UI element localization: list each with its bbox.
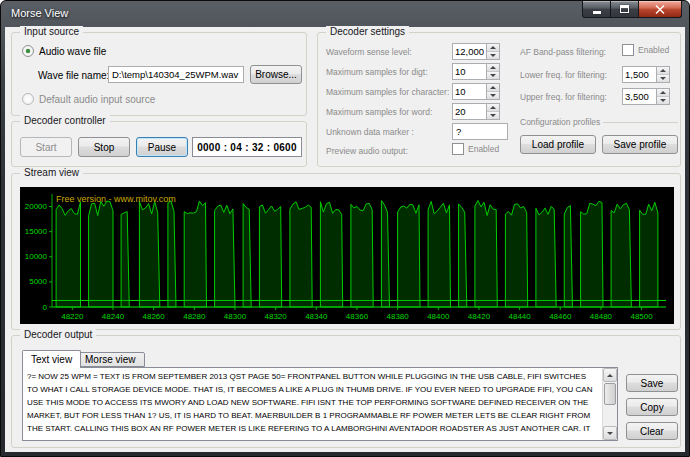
af-bandpass-checkbox-label[interactable]: Enabled [638, 45, 669, 55]
up-arrow-icon [490, 106, 496, 109]
maximize-icon [620, 5, 629, 13]
down-arrow-icon [490, 54, 496, 57]
save-button[interactable]: Save [626, 374, 678, 392]
svg-text:48480: 48480 [590, 312, 613, 321]
spin-up-button[interactable] [657, 67, 669, 74]
audio-wave-file-label[interactable]: Audio wave file [39, 46, 106, 57]
max-samples-word-spinner[interactable] [452, 103, 500, 120]
input-source-group-title: Input source [20, 26, 83, 37]
af-bandpass-checkbox-row[interactable]: Enabled [622, 44, 669, 56]
stop-button[interactable]: Stop [78, 137, 130, 157]
spin-down-button[interactable] [487, 111, 499, 119]
max-samples-digit-input[interactable] [453, 64, 486, 79]
load-profile-button[interactable]: Load profile [520, 135, 596, 154]
save-profile-button[interactable]: Save profile [602, 135, 678, 154]
unknown-marker-label: Unknown data marker : [326, 127, 414, 137]
spin-up-button[interactable] [487, 84, 499, 91]
down-arrow-icon [660, 77, 666, 80]
tab-morse-view-label: Morse view [85, 354, 136, 365]
spin-down-button[interactable] [657, 74, 669, 82]
save-button-label: Save [641, 378, 664, 389]
clear-button[interactable]: Clear [626, 422, 678, 440]
spinner-buttons [486, 64, 499, 79]
spin-down-button[interactable] [487, 51, 499, 59]
waveform-sense-spinner[interactable] [452, 43, 500, 60]
vertical-scrollbar[interactable] [602, 368, 617, 440]
down-arrow-icon [607, 432, 613, 435]
clear-button-label: Clear [640, 426, 664, 437]
spinner-buttons [656, 89, 669, 104]
minimize-button[interactable] [582, 1, 611, 18]
start-button[interactable]: Start [20, 137, 72, 157]
preview-audio-checkbox-label[interactable]: Enabled [468, 144, 499, 154]
stream-chart-container: 0500010000150002000048220482404826048280… [20, 187, 674, 324]
upper-freq-input[interactable] [623, 89, 656, 104]
decoder-output-pane: ?= NOW 25 WPM = TEXT IS FROM SEPTEMBER 2… [22, 367, 618, 441]
preview-audio-checkbox-row[interactable]: Enabled [452, 143, 499, 155]
scrollbar-thumb[interactable] [604, 383, 616, 405]
max-samples-char-spinner[interactable] [452, 83, 500, 100]
wave-file-input[interactable] [108, 66, 244, 83]
pause-button-label: Pause [148, 142, 176, 153]
radio-selected-icon[interactable] [22, 45, 34, 57]
waveform-sense-input[interactable] [453, 44, 486, 59]
decoder-settings-group: Decoder settings Waveform sense level: M… [317, 32, 681, 167]
audio-wave-file-radio-row[interactable]: Audio wave file [22, 45, 106, 57]
titlebar[interactable]: Morse View [1, 1, 689, 27]
max-samples-char-input[interactable] [453, 84, 486, 99]
stream-view-group-title: Stream view [20, 167, 83, 178]
tab-morse-view[interactable]: Morse view [76, 352, 145, 367]
up-arrow-icon [490, 46, 496, 49]
up-arrow-icon [607, 374, 613, 377]
radio-unselected-icon[interactable] [22, 93, 34, 105]
unknown-marker-input[interactable] [452, 123, 508, 140]
spin-up-button[interactable] [487, 104, 499, 111]
max-samples-word-input[interactable] [453, 104, 486, 119]
lower-freq-input[interactable] [623, 67, 656, 82]
spin-down-button[interactable] [487, 91, 499, 99]
spin-up-button[interactable] [487, 64, 499, 71]
up-arrow-icon [660, 91, 666, 94]
max-samples-word-label: Maximum samples for word: [326, 107, 432, 117]
browse-button[interactable]: Browse... [250, 65, 302, 84]
decoder-controller-group-title: Decoder controller [20, 115, 110, 126]
scroll-down-button[interactable] [603, 426, 617, 440]
checkbox-icon[interactable] [622, 44, 634, 56]
stream-chart: 0500010000150002000048220482404826048280… [20, 187, 674, 324]
spin-up-button[interactable] [657, 89, 669, 96]
pause-button[interactable]: Pause [136, 137, 188, 157]
svg-text:48240: 48240 [102, 312, 125, 321]
tab-text-view[interactable]: Text view [22, 350, 81, 368]
spin-down-button[interactable] [657, 96, 669, 104]
spin-up-button[interactable] [487, 44, 499, 51]
decoder-controller-group: Decoder controller Start Stop Pause 0000… [11, 121, 307, 167]
svg-text:5000: 5000 [29, 277, 47, 286]
upper-freq-label: Upper freq. for filtering: [520, 92, 607, 102]
svg-text:10000: 10000 [25, 252, 48, 261]
svg-text:48340: 48340 [305, 312, 328, 321]
time-display-value: 0000 : 04 : 32 : 0600 [197, 142, 297, 153]
close-icon [655, 5, 665, 14]
decoder-output-group: Decoder output Text view Morse view ?= N… [11, 335, 681, 448]
lower-freq-label: Lower freq. for filtering: [520, 70, 607, 80]
spin-down-button[interactable] [487, 71, 499, 79]
checkbox-icon[interactable] [452, 143, 464, 155]
svg-text:48220: 48220 [61, 312, 84, 321]
input-source-group: Input source Audio wave file Wave file n… [11, 32, 307, 116]
copy-button[interactable]: Copy [626, 398, 678, 416]
close-button[interactable] [638, 1, 682, 18]
upper-freq-spinner[interactable] [622, 88, 670, 105]
decoder-output-text[interactable]: ?= NOW 25 WPM = TEXT IS FROM SEPTEMBER 2… [24, 369, 601, 439]
svg-text:48500: 48500 [630, 312, 653, 321]
lower-freq-spinner[interactable] [622, 66, 670, 83]
tab-text-view-label: Text view [31, 354, 72, 365]
stop-button-label: Stop [94, 142, 115, 153]
default-audio-label[interactable]: Default audio input source [39, 94, 155, 105]
caption-buttons [582, 1, 682, 18]
default-audio-radio-row[interactable]: Default audio input source [22, 93, 155, 105]
down-arrow-icon [490, 94, 496, 97]
scroll-up-button[interactable] [603, 368, 617, 382]
max-samples-digit-spinner[interactable] [452, 63, 500, 80]
wave-file-name-label: Wave file name: [38, 70, 109, 81]
maximize-button[interactable] [611, 1, 638, 18]
